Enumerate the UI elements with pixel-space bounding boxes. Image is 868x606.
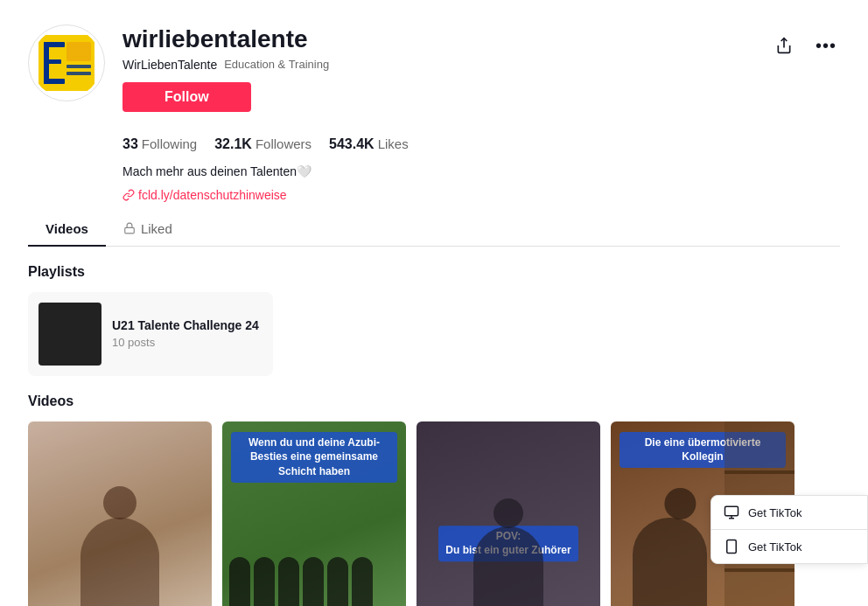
followers-label: Followers (256, 136, 312, 151)
svg-rect-7 (66, 72, 91, 75)
svg-rect-10 (125, 228, 135, 233)
playlist-card[interactable]: U21 Talente Challenge 24 10 posts (28, 292, 273, 376)
playlist-info: U21 Talente Challenge 24 10 posts (112, 318, 259, 349)
followers-count: 32.1K (214, 136, 252, 152)
profile-handle-row: WirLiebenTalente Education & Training (122, 58, 752, 72)
video-thumbnail: Wenn du und deine Azubi-Besties eine gem… (222, 421, 406, 606)
svg-rect-4 (44, 59, 61, 64)
video-thumbnail: POV: Du bist ein guter Zuhörer 2103 (416, 421, 600, 606)
profile-username: wirliebentalente (122, 24, 752, 54)
playlist-thumbnail (38, 303, 102, 366)
playlist-name: U21 Talente Challenge 24 (112, 318, 259, 332)
likes-count: 543.4K (329, 136, 374, 152)
video-card[interactable]: POV: Du bist ein guter Zuhörer 2103 POV:… (416, 421, 600, 606)
following-label: Following (142, 136, 197, 151)
svg-rect-6 (66, 65, 91, 68)
likes-stat: 543.4K Likes (329, 136, 409, 152)
svg-rect-8 (66, 42, 91, 61)
video-overlay-text: Wenn du und deine Azubi-Besties eine gem… (222, 432, 406, 483)
profile-stats: 33 Following 32.1K Followers 543.4K Like… (0, 126, 868, 159)
playlists-title: Playlists (28, 264, 840, 280)
phone-icon (724, 539, 739, 554)
following-count: 33 (122, 136, 138, 152)
more-icon[interactable]: ••• (812, 31, 840, 59)
tabs-row: Videos Liked (28, 212, 840, 247)
likes-label: Likes (378, 136, 409, 151)
monitor-icon (724, 505, 739, 520)
svg-rect-18 (727, 540, 737, 554)
profile-bio: Mach mehr aus deinen Talenten🤍 (0, 159, 868, 185)
playlist-count: 10 posts (112, 336, 259, 349)
video-card[interactable]: Wenn du und deine Azubi-Besties eine gem… (222, 421, 406, 606)
profile-category: Education & Training (224, 58, 329, 71)
get-tiktok-mobile[interactable]: Get TikTok (711, 530, 867, 563)
tab-videos[interactable]: Videos (28, 212, 106, 247)
profile-handle: WirLiebenTalente (122, 58, 217, 72)
followers-stat: 32.1K Followers (214, 136, 312, 152)
profile-header: wirliebentalente WirLiebenTalente Educat… (0, 0, 868, 126)
lock-icon (123, 222, 136, 234)
svg-rect-5 (44, 79, 65, 84)
following-stat: 33 Following (122, 136, 197, 152)
share-icon[interactable] (770, 31, 798, 59)
svg-rect-15 (725, 506, 738, 516)
profile-info: wirliebentalente WirLiebenTalente Educat… (122, 24, 752, 112)
tab-liked[interactable]: Liked (106, 212, 190, 247)
get-tiktok-panel: Get TikTok Get TikTok (710, 495, 868, 564)
video-thumbnail: 2521 (28, 421, 212, 606)
playlists-section: Playlists U21 Talente Challenge 24 10 po… (0, 247, 868, 387)
videos-title: Videos (28, 394, 840, 409)
profile-link-anchor[interactable]: fcld.ly/datenschutzhinweise (122, 188, 840, 202)
profile-actions: ••• (770, 24, 840, 59)
avatar (28, 24, 105, 101)
get-tiktok-desktop[interactable]: Get TikTok (711, 496, 867, 530)
video-overlay-badge: Wenn du und deine Azubi-Besties eine gem… (231, 432, 397, 483)
follow-button[interactable]: Follow (122, 82, 251, 112)
video-card[interactable]: 2521 „Ihr Zugang wurde gesperrt, da Sie (28, 421, 212, 606)
profile-link: fcld.ly/datenschutzhinweise (0, 185, 868, 212)
